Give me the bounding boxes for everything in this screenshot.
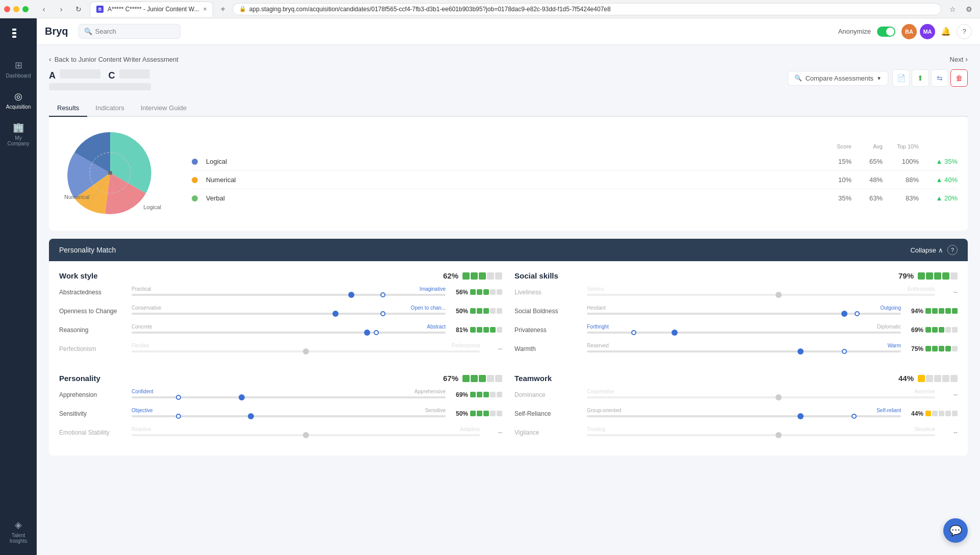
trait-liveliness: Liveliness Serious Enthusiastic: [514, 286, 958, 298]
compare-assessments-dropdown[interactable]: 🔍 Compare Assessments ▼: [788, 71, 888, 86]
personality-help-button[interactable]: ?: [947, 245, 958, 255]
search-compare-icon: 🔍: [794, 74, 802, 82]
candidate-header: A C 🔍 Compare Assessme: [49, 69, 968, 92]
apprehension-track: [132, 396, 446, 398]
openness-left-label: Conservative: [132, 305, 161, 311]
transfer-button[interactable]: ⇆: [931, 69, 948, 87]
sidebar-item-acquisition[interactable]: ◎ Acquisition: [3, 86, 34, 115]
collapse-label: Collapse: [910, 246, 936, 254]
trait-apprehension-label: Apprehension: [59, 391, 125, 398]
block: [471, 272, 478, 280]
avatar-ba[interactable]: BA: [901, 24, 917, 39]
logical-avg: 65%: [860, 158, 883, 165]
trait-liveliness-label: Liveliness: [514, 289, 581, 296]
abstractedness-pct: 56%: [452, 289, 468, 296]
work-style-score: 62%: [443, 271, 502, 280]
sidebar-logo: [8, 24, 29, 44]
trait-emotional-stability-label: Emotional Stability: [59, 429, 125, 436]
warmth-left-label: Reserved: [587, 343, 609, 348]
tab-indicators[interactable]: Indicators: [87, 100, 132, 117]
vigilance-thumb: [776, 432, 782, 438]
logical-score: 15%: [829, 158, 852, 165]
compare-label: Compare Assessments: [805, 74, 873, 82]
apprehension-circle: [176, 395, 181, 400]
pie-chart-container: Numerical Logical: [59, 127, 171, 220]
anonymize-toggle[interactable]: [877, 27, 895, 37]
tab-results[interactable]: Results: [49, 100, 87, 117]
chat-bubble[interactable]: 💬: [943, 518, 968, 543]
forward-button[interactable]: ›: [54, 2, 68, 16]
trait-social-boldness: Social Boldness Hesitant Outgoing: [514, 305, 958, 317]
search-icon: 🔍: [84, 28, 92, 35]
self-reliance-thumb: [797, 413, 804, 419]
social-skills-pct: 79%: [898, 271, 914, 280]
trait-vigilance-label: Vigilance: [514, 429, 581, 436]
trait-perfectionism: Perfectionism Flexible Perfectionist: [59, 343, 502, 355]
trait-reasoning: Reasoning Concrete Abstract: [59, 324, 502, 336]
search-input[interactable]: [95, 28, 175, 35]
avatar-ma[interactable]: MA: [920, 24, 935, 39]
refresh-button[interactable]: ↻: [71, 2, 86, 16]
social-boldness-circle: [855, 311, 860, 316]
self-reliance-pct: 44%: [907, 410, 923, 417]
numerical-score: 10%: [829, 176, 852, 184]
privateness-blocks: [925, 327, 958, 333]
score-table: Score Avg Top 10% Logical 15% 65% 100%: [192, 140, 958, 207]
browser-tab[interactable]: B A***** C***** - Junior Content W... ×: [90, 2, 213, 17]
block: [487, 272, 494, 280]
self-reliance-track: [587, 415, 901, 417]
action-buttons: 📄 ⬆ ⇆ 🗑: [892, 69, 968, 87]
collapse-button[interactable]: Collapse ∧: [910, 246, 943, 254]
personality-cat-title: Personality: [59, 374, 100, 383]
perfectionism-left-label: Flexible: [132, 343, 149, 348]
trait-self-reliance: Self-Reliance Group-oriented Self-relian…: [514, 408, 958, 419]
extension-button[interactable]: ⚙: [962, 2, 976, 16]
block: [470, 289, 476, 295]
score-row-verbal: Verbal 35% 63% 83% ▲ 20%: [192, 189, 958, 207]
category-personality: Personality 67%: [59, 374, 502, 445]
export-button[interactable]: 📄: [892, 69, 910, 87]
sidebar-item-talent-insights[interactable]: ◈ Talent Insights: [3, 514, 34, 549]
liveliness-pct: --: [941, 289, 958, 296]
trait-openness: Openness to Change Conservative Open to …: [59, 305, 502, 317]
social-boldness-thumb: [841, 311, 847, 317]
next-link[interactable]: Next ›: [950, 55, 968, 63]
openness-right-label: Open to chan...: [411, 305, 446, 311]
browser-controls: ‹ › ↻: [37, 2, 86, 16]
trait-abstractedness: Abstractedness Practical Imaginative: [59, 286, 502, 298]
tab-close[interactable]: ×: [203, 6, 207, 13]
notification-button[interactable]: 🔔: [938, 24, 953, 39]
share-button[interactable]: ⬆: [912, 69, 929, 87]
work-style-header: Work style 62%: [59, 271, 502, 280]
bookmark-button[interactable]: ☆: [945, 2, 960, 16]
privateness-right-label: Diplomatic: [877, 324, 901, 330]
warmth-blocks: [925, 346, 958, 351]
privateness-left-label: Forthright: [587, 324, 609, 330]
address-bar[interactable]: 🔒 app.staging.bryq.com/acquisition/candi…: [233, 3, 941, 15]
social-boldness-right-label: Outgoing: [880, 305, 901, 311]
block: [462, 272, 470, 280]
back-link[interactable]: ‹ Back to Junior Content Writer Assessme…: [49, 55, 178, 63]
sidebar-item-my-company[interactable]: 🏢 My Company: [3, 117, 34, 152]
trait-emotional-stability: Emotional Stability Reactive Adaptive: [59, 426, 502, 438]
back-button[interactable]: ‹: [37, 2, 51, 16]
abstractedness-left-label: Practical: [132, 286, 151, 292]
svg-rect-2: [12, 36, 16, 38]
openness-blocks: [470, 308, 502, 314]
sidebar-item-dashboard[interactable]: ⊞ Dashboard: [3, 55, 34, 84]
help-button[interactable]: ?: [957, 24, 972, 39]
warmth-right-label: Warm: [888, 343, 901, 348]
search-box[interactable]: 🔍: [79, 24, 180, 39]
block: [483, 289, 489, 295]
trait-abstractedness-label: Abstractedness: [59, 289, 125, 296]
abstractedness-right-label: Imaginative: [420, 286, 446, 292]
teamwork-header: Teamwork 44%: [514, 374, 958, 383]
new-tab-button[interactable]: +: [217, 5, 228, 14]
apprehension-blocks: [470, 392, 502, 397]
tab-label: A***** C***** - Junior Content W...: [108, 6, 199, 13]
social-boldness-left-label: Hesitant: [587, 305, 606, 311]
anonymize-label: Anonymize: [838, 28, 871, 35]
delete-button[interactable]: 🗑: [950, 69, 968, 87]
personality-section: Personality Match Collapse ∧ ?: [49, 239, 968, 456]
tab-interview-guide[interactable]: Interview Guide: [133, 100, 195, 117]
